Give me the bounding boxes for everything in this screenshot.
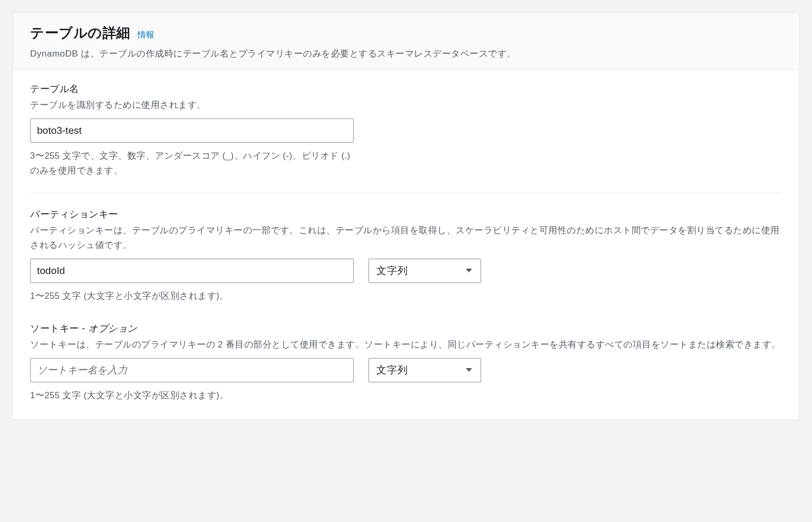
partition-key-desc: パーティションキーは、テーブルのプライマリキーの一部です。これは、テーブルから項… <box>30 223 782 252</box>
partition-key-type-value: 文字列 <box>376 264 408 278</box>
table-name-hint: 3〜255 文字で、文字、数字、アンダースコア (_)、ハイフン (-)、ピリオ… <box>30 148 358 178</box>
panel-subtitle: DynamoDB は、テーブルの作成時にテーブル名とプライマリキーのみを必要とす… <box>30 48 782 60</box>
panel-header: テーブルの詳細 情報 DynamoDB は、テーブルの作成時にテーブル名とプライ… <box>13 13 799 70</box>
table-name-input[interactable] <box>30 118 354 143</box>
info-link[interactable]: 情報 <box>137 30 154 39</box>
table-details-panel: テーブルの詳細 情報 DynamoDB は、テーブルの作成時にテーブル名とプライ… <box>13 13 799 420</box>
panel-body: テーブル名 テーブルを識別するために使用されます。 3〜255 文字で、文字、数… <box>13 70 799 419</box>
sort-key-type-value: 文字列 <box>376 363 408 377</box>
sort-key-label-optional: オプション <box>88 323 137 334</box>
sort-key-hint: 1〜255 文字 (大文字と小文字が区別されます)。 <box>30 388 358 402</box>
partition-key-field: パーティションキー パーティションキーは、テーブルのプライマリキーの一部です。こ… <box>30 208 782 303</box>
partition-key-type-select[interactable]: 文字列 <box>368 259 481 283</box>
partition-key-label: パーティションキー <box>30 208 782 221</box>
table-name-desc: テーブルを識別するために使用されます。 <box>30 97 782 112</box>
sort-key-desc: ソートキーは、テーブルのプライマリキーの 2 番目の部分として使用できます。ソー… <box>30 337 782 352</box>
table-name-label: テーブル名 <box>30 83 782 95</box>
panel-title: テーブルの詳細 <box>30 25 131 41</box>
sort-key-label: ソートキー - オプション <box>30 322 782 335</box>
sort-key-input[interactable] <box>30 358 354 382</box>
sort-key-type-select[interactable]: 文字列 <box>368 358 481 382</box>
table-name-field: テーブル名 テーブルを識別するために使用されます。 3〜255 文字で、文字、数… <box>30 83 782 178</box>
sort-key-label-prefix: ソートキー - <box>30 323 88 334</box>
divider <box>30 193 782 193</box>
partition-key-input[interactable] <box>30 259 354 283</box>
sort-key-field: ソートキー - オプション ソートキーは、テーブルのプライマリキーの 2 番目の… <box>30 322 782 402</box>
partition-key-hint: 1〜255 文字 (大文字と小文字が区別されます)。 <box>30 288 358 303</box>
